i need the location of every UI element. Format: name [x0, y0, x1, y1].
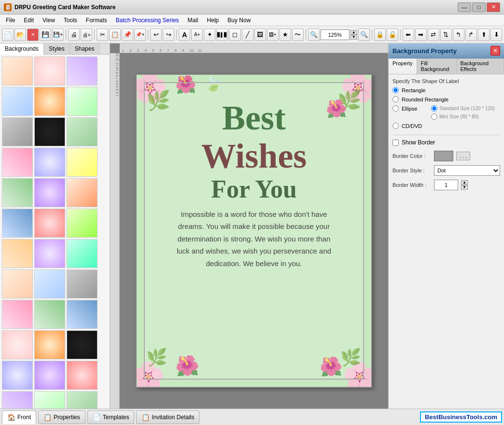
- tab-fill-background[interactable]: Fill Background: [417, 58, 457, 74]
- tb-lock[interactable]: 🔒: [374, 28, 386, 41]
- radio-rectangle-input[interactable]: [392, 87, 399, 93]
- tb-open[interactable]: 📂: [14, 28, 26, 41]
- tb-save[interactable]: 💾: [40, 28, 51, 41]
- radio-rectangle[interactable]: Rectangle: [392, 87, 500, 93]
- bg-thumb-27[interactable]: [67, 300, 98, 329]
- radio-ellipse-input[interactable]: [392, 105, 399, 112]
- tb-copy[interactable]: 📋: [109, 28, 121, 41]
- border-width-down[interactable]: ▼: [461, 185, 468, 190]
- zoom-input[interactable]: 125%: [321, 29, 350, 40]
- menu-tools[interactable]: Tools: [60, 16, 81, 25]
- tb-cut[interactable]: ✂: [97, 28, 108, 41]
- bg-thumb-28[interactable]: [2, 330, 33, 359]
- tb-close-red[interactable]: ✕: [27, 28, 39, 41]
- bg-thumb-18[interactable]: [67, 209, 98, 238]
- tb-rotate-right[interactable]: ↱: [465, 28, 477, 41]
- bg-thumb-15[interactable]: [67, 178, 98, 207]
- bg-thumb-29[interactable]: [34, 330, 65, 359]
- border-width-input[interactable]: 1: [434, 180, 458, 190]
- bg-thumb-12[interactable]: [67, 148, 98, 177]
- minimize-button[interactable]: —: [458, 2, 471, 12]
- tab-property[interactable]: Property: [389, 58, 417, 74]
- bg-thumb-3[interactable]: [67, 57, 98, 85]
- tb-new[interactable]: 📄: [2, 28, 14, 41]
- tb-symbol[interactable]: ✦: [204, 28, 215, 41]
- radio-ellipse[interactable]: Ellipse: [392, 105, 426, 112]
- radio-mini-input[interactable]: [431, 113, 437, 120]
- tb-redo[interactable]: ↪: [163, 28, 174, 41]
- tb-print[interactable]: 🖨: [68, 28, 80, 41]
- bottom-tab-front[interactable]: 🏠 Front: [2, 411, 36, 424]
- menu-help[interactable]: Help: [203, 16, 223, 25]
- bg-thumb-17[interactable]: [34, 209, 65, 238]
- radio-standard-size[interactable]: Standard Size (120 * 120): [431, 105, 495, 112]
- radio-cddvd[interactable]: CD/DVD: [392, 123, 500, 129]
- bg-thumb-5[interactable]: [34, 87, 65, 116]
- tab-shapes[interactable]: Shapes: [70, 43, 100, 54]
- border-width-up[interactable]: ▲: [461, 180, 468, 185]
- menu-batch[interactable]: Batch Processing Series: [112, 16, 183, 25]
- bg-thumb-31[interactable]: [2, 361, 33, 390]
- radio-rounded[interactable]: Rounded Rectangle: [392, 96, 500, 102]
- bg-thumb-34[interactable]: [2, 391, 33, 409]
- bg-thumb-16[interactable]: [2, 209, 33, 238]
- radio-cddvd-input[interactable]: [392, 123, 399, 129]
- tb-down[interactable]: ⬇: [490, 28, 502, 41]
- tb-star[interactable]: ★: [280, 28, 291, 41]
- background-grid-container[interactable]: [0, 55, 110, 409]
- bg-thumb-20[interactable]: [34, 239, 65, 268]
- border-color-browse[interactable]: . . .: [456, 152, 470, 160]
- right-panel-close[interactable]: ✕: [490, 46, 500, 56]
- tb-zoom-out-btn[interactable]: 🔍: [308, 28, 320, 41]
- maximize-button[interactable]: □: [472, 2, 486, 12]
- bg-thumb-4[interactable]: [2, 87, 33, 116]
- tb-forward[interactable]: ➡: [415, 28, 427, 41]
- tb-undo[interactable]: ↩: [150, 28, 162, 41]
- zoom-up[interactable]: ▲: [350, 30, 357, 35]
- bg-thumb-2[interactable]: [34, 57, 65, 85]
- tb-text[interactable]: A: [179, 28, 190, 41]
- bg-thumb-19[interactable]: [2, 239, 33, 268]
- bg-thumb-10[interactable]: [2, 148, 33, 177]
- bg-thumb-21[interactable]: [67, 239, 98, 268]
- zoom-down[interactable]: ▼: [350, 35, 357, 40]
- tb-image[interactable]: 🖼: [254, 28, 266, 41]
- menu-mail[interactable]: Mail: [184, 16, 202, 25]
- close-button[interactable]: ✕: [487, 2, 500, 12]
- bg-thumb-6[interactable]: [67, 87, 98, 116]
- tb-image2[interactable]: 🖼+: [267, 28, 279, 41]
- bg-thumb-26[interactable]: [34, 300, 65, 329]
- tab-background-effects[interactable]: Background Effects: [457, 58, 504, 74]
- bg-thumb-23[interactable]: [34, 269, 65, 298]
- tb-back[interactable]: ⬅: [403, 28, 414, 41]
- bottom-tab-properties[interactable]: 📋 Properties: [38, 411, 85, 424]
- tb-lock2[interactable]: 🔓: [387, 28, 398, 41]
- tb-text2[interactable]: A+: [191, 28, 203, 41]
- tb-zoom-out2[interactable]: 🔍: [358, 28, 370, 41]
- bg-thumb-30[interactable]: [67, 330, 98, 359]
- bg-thumb-8[interactable]: [34, 117, 65, 146]
- menu-edit[interactable]: Edit: [20, 16, 38, 25]
- tb-flip-v[interactable]: ⇅: [440, 28, 452, 41]
- tb-shape[interactable]: ◻: [229, 28, 240, 41]
- bg-thumb-11[interactable]: [34, 148, 65, 177]
- radio-standard-input[interactable]: [431, 105, 437, 112]
- bg-thumb-36[interactable]: [67, 391, 98, 409]
- menu-view[interactable]: View: [39, 16, 59, 25]
- bg-thumb-14[interactable]: [34, 178, 65, 207]
- tab-backgrounds[interactable]: Backgrounds: [0, 43, 44, 55]
- menu-buynow[interactable]: Buy Now: [224, 16, 254, 25]
- tb-up[interactable]: ⬆: [478, 28, 490, 41]
- tb-wave[interactable]: 〜: [292, 28, 304, 41]
- bg-thumb-13[interactable]: [2, 178, 33, 207]
- bg-thumb-7[interactable]: [2, 117, 33, 146]
- border-style-select[interactable]: Dot Solid Dash Dash Dot: [434, 165, 500, 176]
- greeting-card[interactable]: 🌸 🌿 🌺 🍃 🌸 🌿 🌺 🌸 🌿 🌺 🌸 🌿 🌺 Best: [136, 74, 372, 388]
- show-border-checkbox[interactable]: [392, 140, 399, 146]
- tb-paste[interactable]: 📌: [122, 28, 133, 41]
- radio-mini-size[interactable]: Mini Size (80 * 80): [431, 113, 495, 120]
- menu-file[interactable]: File: [2, 16, 19, 25]
- tb-line[interactable]: ╱: [242, 28, 253, 41]
- bg-thumb-25[interactable]: [2, 300, 33, 329]
- bg-thumb-32[interactable]: [34, 361, 65, 390]
